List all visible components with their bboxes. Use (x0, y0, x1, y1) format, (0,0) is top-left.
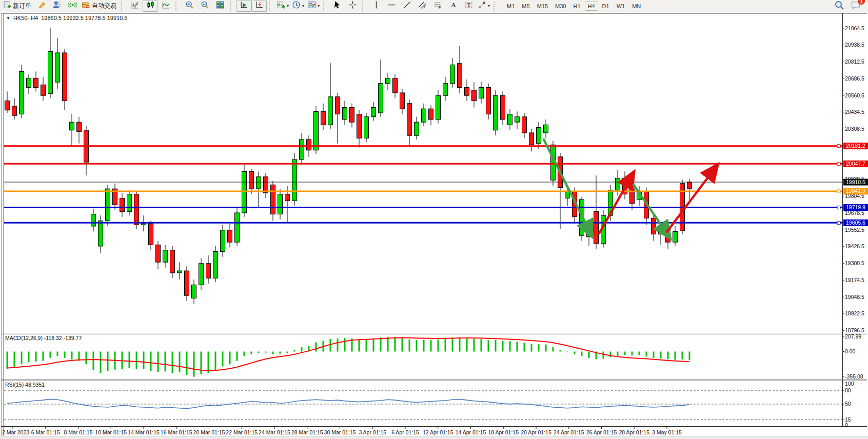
signal-icon (68, 1, 77, 11)
vline-icon (372, 1, 381, 11)
svg-text:19910.5: 19910.5 (846, 179, 865, 185)
chart-title: ▼ HK50-,H4 19860.5 19932.5 19778.5 19910… (6, 15, 127, 21)
svg-text:20812.5: 20812.5 (845, 58, 864, 65)
zoom-out-button[interactable] (197, 1, 212, 12)
macd-panel[interactable]: 207.990.00-355.08 (7, 333, 863, 380)
svg-text:19048.5: 19048.5 (845, 294, 864, 300)
price-tag: 19605.6 (843, 220, 868, 226)
timeframe-w1[interactable]: W1 (614, 2, 628, 11)
linechart-icon (162, 1, 170, 11)
notifications-button[interactable]: 1 (851, 0, 861, 12)
templates-button[interactable]: ▾ (306, 1, 321, 12)
timeframe-m15[interactable]: M15 (534, 2, 551, 11)
timeframe-mn[interactable]: MN (629, 2, 644, 11)
zoom-in-button[interactable] (182, 1, 197, 12)
text-button[interactable]: A (445, 1, 461, 12)
profile-icon (53, 1, 62, 11)
svg-text:19174.5: 19174.5 (845, 277, 864, 283)
horizontal-levels[interactable]: 20181.220047.719910.519841.919719.919605… (4, 143, 868, 226)
indicators-button[interactable]: ▾ (275, 1, 290, 12)
svg-text:2 Mar 2023: 2 Mar 2023 (2, 429, 29, 435)
svg-text:21064.5: 21064.5 (845, 25, 864, 31)
candles-icon (146, 1, 155, 11)
auto-scroll-button[interactable] (236, 1, 251, 12)
candle-chart-button[interactable] (143, 1, 158, 12)
bar-chart-button[interactable] (127, 1, 143, 12)
level-handle[interactable] (837, 190, 840, 193)
svg-text:18796.5: 18796.5 (845, 327, 864, 333)
svg-text:20308.5: 20308.5 (845, 126, 864, 132)
crosshair-button[interactable] (345, 1, 360, 12)
svg-text:T: T (467, 2, 470, 8)
svg-text:10 Mar 01:15: 10 Mar 01:15 (95, 429, 127, 435)
label-button[interactable]: T (461, 1, 476, 12)
fibo-button[interactable]: F (430, 1, 445, 12)
level-handle[interactable] (837, 221, 840, 224)
svg-text:19552.5: 19552.5 (845, 227, 864, 233)
profile-button[interactable] (49, 1, 65, 12)
down-trend-arrow[interactable] (544, 139, 590, 232)
tile-windows-button[interactable] (212, 1, 228, 12)
svg-text:20181.2: 20181.2 (846, 143, 865, 149)
main-toolbar: 新订单自动交易▾▾▾EFAT▾M1M5M15M30H1H4D1W1MN1 (0, 0, 868, 12)
svg-text:6 Apr 01:15: 6 Apr 01:15 (391, 429, 419, 435)
svg-text:26 Apr 01:15: 26 Apr 01:15 (586, 429, 617, 435)
toolbar-separator (362, 2, 367, 11)
chart-shift-button[interactable] (251, 1, 267, 12)
time-axis[interactable]: 2 Mar 20236 Mar 01:158 Mar 01:1510 Mar 0… (2, 427, 682, 435)
tiles-icon (216, 1, 225, 11)
timeframe-m5[interactable]: M5 (519, 2, 532, 11)
svg-text:8 Mar 01:15: 8 Mar 01:15 (64, 429, 92, 435)
autoscroll-icon (240, 1, 248, 11)
timeframe-m30[interactable]: M30 (552, 2, 569, 11)
chevron-down-icon[interactable]: ▾ (318, 4, 320, 8)
svg-text:20434.5: 20434.5 (845, 109, 864, 115)
clock-icon (292, 1, 301, 11)
textA-icon: A (449, 1, 458, 11)
autotrade-icon (82, 1, 90, 11)
search-button[interactable] (834, 0, 844, 12)
crayon-button[interactable] (34, 1, 49, 12)
level-handle[interactable] (837, 206, 840, 209)
level-handle[interactable] (837, 145, 840, 148)
svg-text:18922.5: 18922.5 (845, 310, 864, 316)
line-chart-button[interactable] (158, 1, 173, 12)
svg-text:0: 0 (845, 422, 848, 428)
toolbar-separator (323, 2, 328, 11)
chevron-down-icon[interactable]: ▾ (287, 4, 289, 8)
vline-button[interactable] (368, 1, 384, 12)
price-tag: 20181.2 (843, 143, 868, 149)
trendline-button[interactable] (399, 1, 415, 12)
shapes-button[interactable]: ▾ (476, 1, 491, 12)
signal-button[interactable] (65, 1, 80, 12)
svg-text:19300.5: 19300.5 (845, 260, 864, 266)
candlestick-series[interactable] (5, 28, 692, 304)
svg-text:24 Mar 01:15: 24 Mar 01:15 (259, 429, 290, 435)
chevron-down-icon[interactable]: ▾ (488, 4, 490, 8)
toolbar-separator (121, 2, 126, 11)
cursor-icon (333, 1, 342, 11)
svg-text:20560.5: 20560.5 (845, 92, 864, 98)
timeframe-d1[interactable]: D1 (599, 2, 613, 11)
svg-text:80: 80 (845, 387, 851, 393)
timeframe-m1[interactable]: M1 (504, 2, 518, 11)
periods-button[interactable]: ▾ (290, 1, 306, 12)
chart-canvas[interactable]: 21064.520938.520812.520686.520560.520434… (0, 0, 868, 439)
autotrade-button[interactable]: 自动交易 (80, 1, 119, 12)
new-order-button[interactable]: 新订单 (1, 1, 34, 12)
collapse-chart-icon[interactable]: ▼ (6, 16, 10, 21)
level-handle[interactable] (837, 162, 840, 165)
chevron-down-icon[interactable]: ▾ (302, 4, 304, 8)
channel-button[interactable]: E (415, 1, 430, 12)
notification-badge: 1 (858, 0, 865, 5)
svg-text:20047.7: 20047.7 (846, 161, 865, 167)
rsi-panel[interactable]: 1008050150 (4, 381, 854, 428)
cursor-button[interactable] (329, 1, 345, 12)
timeframe-bar: M1M5M15M30H1H4D1W1MN (504, 2, 644, 11)
timeframe-h4[interactable]: H4 (585, 2, 598, 11)
timeframe-h1[interactable]: H1 (570, 2, 583, 11)
svg-text:24 Apr 01:15: 24 Apr 01:15 (554, 429, 584, 435)
toolbar-separator (175, 2, 180, 11)
hline-button[interactable] (384, 1, 399, 12)
svg-text:E: E (424, 5, 426, 9)
